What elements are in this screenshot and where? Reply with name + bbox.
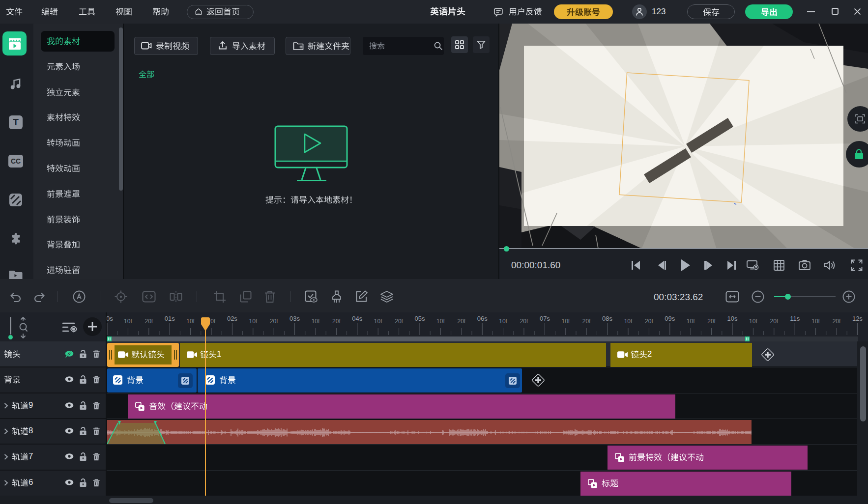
- svg-text:20f: 20f: [332, 318, 341, 325]
- svg-text:10f: 10f: [561, 318, 570, 325]
- svg-text:20f: 20f: [145, 318, 153, 325]
- svg-text:20f: 20f: [833, 318, 841, 325]
- svg-text:10f: 10f: [374, 318, 382, 325]
- svg-text:10f: 10f: [624, 318, 633, 325]
- svg-text:20f: 20f: [582, 318, 591, 325]
- svg-text:20f: 20f: [520, 318, 528, 325]
- svg-text:05s: 05s: [415, 315, 425, 322]
- svg-text:12s: 12s: [852, 315, 863, 322]
- svg-text:10f: 10f: [749, 318, 757, 325]
- svg-text:20f: 20f: [457, 318, 465, 325]
- svg-text:03s: 03s: [289, 315, 300, 322]
- svg-text:10f: 10f: [124, 318, 132, 325]
- svg-text:04s: 04s: [352, 315, 362, 322]
- svg-text:10f: 10f: [499, 318, 507, 325]
- svg-text:20f: 20f: [395, 318, 403, 325]
- svg-text:07s: 07s: [540, 315, 550, 322]
- svg-text:09s: 09s: [665, 315, 675, 322]
- svg-text:08s: 08s: [602, 315, 612, 322]
- svg-text:10f: 10f: [186, 318, 195, 325]
- svg-text:20f: 20f: [707, 318, 716, 325]
- svg-text:10f: 10f: [249, 318, 257, 325]
- svg-text:10f: 10f: [436, 318, 445, 325]
- svg-text:02s: 02s: [227, 315, 237, 322]
- svg-text:06s: 06s: [477, 315, 488, 322]
- svg-text:10f: 10f: [687, 318, 695, 325]
- svg-text:0s: 0s: [106, 315, 113, 322]
- svg-text:20f: 20f: [645, 318, 653, 325]
- svg-text:10f: 10f: [312, 318, 320, 325]
- svg-text:10s: 10s: [727, 315, 738, 322]
- svg-text:10f: 10f: [811, 318, 820, 325]
- svg-text:20f: 20f: [270, 318, 278, 325]
- svg-text:20f: 20f: [770, 318, 778, 325]
- svg-text:01s: 01s: [165, 315, 175, 322]
- svg-text:11s: 11s: [790, 315, 800, 322]
